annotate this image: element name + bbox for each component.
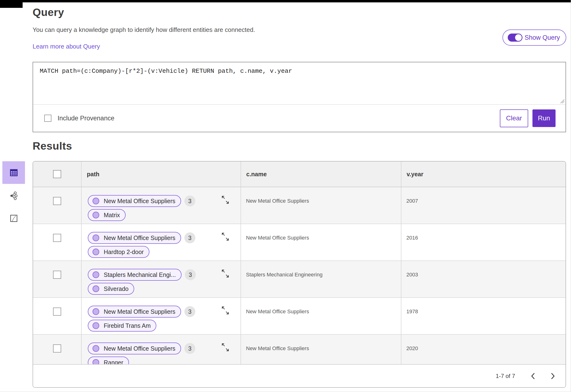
path-node-pill[interactable]: New Metal Office Suppliers <box>88 306 181 318</box>
row-checkbox[interactable] <box>53 308 61 316</box>
edge-count-badge: 3 <box>184 232 195 243</box>
graph-view-button[interactable] <box>2 184 25 207</box>
node-circle-icon <box>93 322 99 329</box>
chart-icon <box>10 215 17 222</box>
column-header-path[interactable]: path <box>81 162 241 187</box>
edge-count-badge: 3 <box>185 269 196 280</box>
expand-icon[interactable] <box>221 194 230 206</box>
clear-button[interactable]: Clear <box>500 109 528 127</box>
vyear-cell: 2003 <box>401 261 566 297</box>
query-editor-card: MATCH path=(c:Company)-[r*2]-(v:Vehicle)… <box>33 62 566 132</box>
chart-view-button[interactable] <box>2 207 25 230</box>
cname-cell: New Metal Office Suppliers <box>241 187 401 224</box>
window-chrome-corner <box>0 0 23 8</box>
node-circle-icon <box>93 359 99 364</box>
expand-icon[interactable] <box>221 342 230 353</box>
row-checkbox[interactable] <box>53 197 61 205</box>
cname-cell: New Metal Office Suppliers <box>241 298 401 334</box>
show-query-toggle[interactable]: Show Query <box>502 29 566 46</box>
query-text: MATCH path=(c:Company)-[r*2]-(v:Vehicle)… <box>40 68 559 75</box>
column-header-vyear[interactable]: v.year <box>401 162 566 187</box>
path-node-pill[interactable]: Silverado <box>88 283 134 295</box>
path-cell: New Metal Office Suppliers 3 Hardtop 2-d… <box>81 224 241 260</box>
select-all-checkbox[interactable] <box>53 170 61 178</box>
run-button[interactable]: Run <box>532 109 556 127</box>
node-circle-icon <box>93 345 99 352</box>
header-checkbox-cell <box>33 162 81 187</box>
column-header-cname[interactable]: c.name <box>241 162 401 187</box>
path-node-pill[interactable]: Firebird Trans Am <box>88 320 156 332</box>
table-header: path c.name v.year <box>33 162 566 187</box>
results-table: path c.name v.year New Metal Office Supp… <box>33 161 566 388</box>
row-checkbox[interactable] <box>53 344 61 352</box>
path-node-pill[interactable]: New Metal Office Suppliers <box>88 232 181 244</box>
node-circle-icon <box>93 235 99 241</box>
node-circle-icon <box>93 198 99 204</box>
include-provenance-checkbox[interactable] <box>44 115 51 122</box>
query-page: Query You can query a knowledge graph to… <box>0 0 571 392</box>
table-row: New Metal Office Suppliers 3 Firebird Tr… <box>33 298 566 335</box>
node-circle-icon <box>93 271 99 278</box>
window-chrome-top-bar <box>0 0 571 2</box>
path-node-pill[interactable]: Ranger <box>88 357 129 364</box>
row-checkbox[interactable] <box>53 234 61 242</box>
edge-count-badge: 3 <box>184 196 195 207</box>
row-checkbox[interactable] <box>53 271 61 279</box>
node-circle-icon <box>93 285 99 292</box>
results-title: Results <box>33 140 72 152</box>
query-editor-footer: Include Provenance Clear Run <box>33 105 566 132</box>
graph-icon <box>10 191 17 200</box>
vyear-cell: 2020 <box>401 335 566 364</box>
path-node-pill[interactable]: Hardtop 2-door <box>88 246 149 258</box>
table-icon <box>10 169 18 176</box>
expand-icon[interactable] <box>221 305 230 316</box>
node-circle-icon <box>93 249 99 255</box>
query-textarea[interactable]: MATCH path=(c:Company)-[r*2]-(v:Vehicle)… <box>33 62 566 105</box>
show-query-label: Show Query <box>525 34 560 42</box>
page-title: Query <box>33 6 64 19</box>
path-cell: Staplers Mechanical Engi... 3 Silverado <box>81 261 241 297</box>
vyear-cell: 2007 <box>401 187 566 224</box>
pagination-range: 1-7 of 7 <box>496 373 515 379</box>
chevron-right-icon <box>550 372 555 380</box>
path-cell: New Metal Office Suppliers 3 Firebird Tr… <box>81 298 241 334</box>
include-provenance-label: Include Provenance <box>57 115 114 122</box>
page-description: You can query a knowledge graph to ident… <box>33 26 255 34</box>
prev-page-button[interactable] <box>528 370 539 382</box>
edge-count-badge: 3 <box>184 306 195 317</box>
next-page-button[interactable] <box>547 370 558 382</box>
learn-more-link[interactable]: Learn more about Query <box>33 43 100 50</box>
table-footer: 1-7 of 7 <box>33 364 566 387</box>
cname-cell: New Metal Office Suppliers <box>241 335 401 364</box>
table-body: New Metal Office Suppliers 3 Matrix New … <box>33 187 566 364</box>
chevron-left-icon <box>530 372 536 380</box>
table-row: Staplers Mechanical Engi... 3 Silverado … <box>33 261 566 298</box>
expand-icon[interactable] <box>221 231 230 243</box>
toggle-switch-icon[interactable] <box>508 34 522 42</box>
path-node-pill[interactable]: Staplers Mechanical Engi... <box>88 269 182 281</box>
path-node-pill[interactable]: Matrix <box>88 209 126 221</box>
expand-icon[interactable] <box>221 268 230 280</box>
vyear-cell: 2016 <box>401 224 566 260</box>
node-circle-icon <box>93 212 99 218</box>
node-circle-icon <box>93 308 99 315</box>
cname-cell: New Metal Office Suppliers <box>241 224 401 260</box>
path-node-pill[interactable]: New Metal Office Suppliers <box>88 195 181 207</box>
table-row: New Metal Office Suppliers 3 Matrix New … <box>33 187 566 224</box>
table-row: New Metal Office Suppliers 3 Hardtop 2-d… <box>33 224 566 261</box>
path-node-pill[interactable]: New Metal Office Suppliers <box>88 343 181 354</box>
toggle-knob <box>515 34 522 41</box>
vyear-cell: 1978 <box>401 298 566 334</box>
resize-grip-icon[interactable] <box>560 98 565 104</box>
cname-cell: Staplers Mechanical Engineering <box>241 261 401 297</box>
path-cell: New Metal Office Suppliers 3 Ranger <box>81 335 241 364</box>
table-row: New Metal Office Suppliers 3 Ranger New … <box>33 335 566 364</box>
path-cell: New Metal Office Suppliers 3 Matrix <box>81 187 241 224</box>
table-view-button[interactable] <box>2 161 25 184</box>
edge-count-badge: 3 <box>184 343 195 354</box>
